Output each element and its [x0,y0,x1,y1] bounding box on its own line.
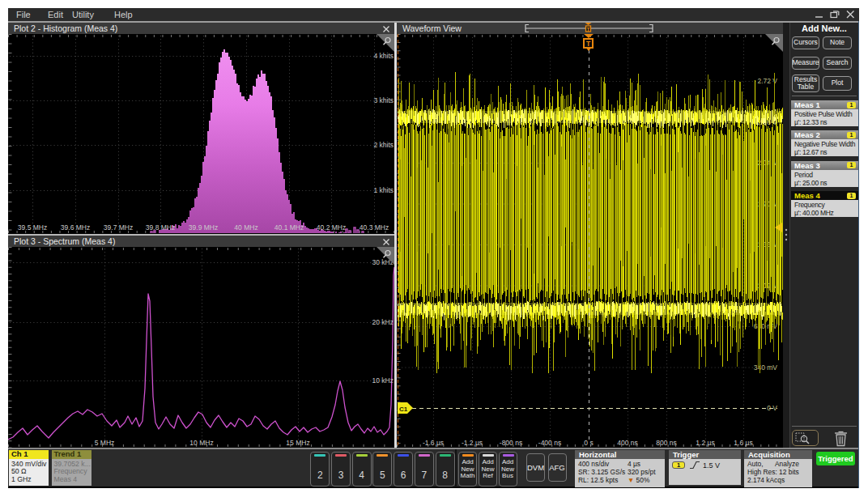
svg-text:39.8 MHz: 39.8 MHz [146,223,175,232]
svg-text:40.1 MHz: 40.1 MHz [274,223,304,232]
svg-text:39.7 MHz: 39.7 MHz [104,223,133,232]
svg-text:1 khits: 1 khits [373,186,394,194]
svg-text:20 kHz: 20 kHz [372,318,394,326]
svg-text:4 khits: 4 khits [373,52,394,60]
svg-text:3 khits: 3 khits [373,96,394,104]
svg-text:40 MHz: 40 MHz [234,223,257,232]
svg-text:-1.6 µs: -1.6 µs [423,439,444,447]
svg-text:10 MHz: 10 MHz [189,439,213,447]
svg-text:T: T [587,27,590,32]
svg-text:10 kHz: 10 kHz [372,376,394,385]
svg-text:2 khits: 2 khits [373,141,394,149]
svg-text:39.6 MHz: 39.6 MHz [61,223,90,232]
svg-text:-800 ns: -800 ns [500,439,522,447]
svg-text:T: T [586,40,591,48]
svg-text:39.5 MHz: 39.5 MHz [18,223,47,232]
svg-text:400 ns: 400 ns [617,439,638,447]
svg-text:-1.2 µs: -1.2 µs [462,439,483,447]
svg-text:40.3 MHz: 40.3 MHz [360,223,389,232]
svg-text:1.6 µs: 1.6 µs [734,439,752,447]
svg-text:800 ns: 800 ns [656,439,677,447]
svg-text:1.2 µs: 1.2 µs [696,439,714,447]
svg-text:340 mV: 340 mV [754,363,778,372]
svg-text:15 MHz: 15 MHz [286,439,309,447]
svg-text:39.9 MHz: 39.9 MHz [189,223,218,232]
svg-text:-400 ns: -400 ns [538,439,561,447]
svg-text:0 s: 0 s [584,439,593,447]
svg-text:5 MHz: 5 MHz [95,439,115,447]
svg-text:40.2 MHz: 40.2 MHz [317,223,346,232]
svg-text:C1: C1 [399,406,408,413]
